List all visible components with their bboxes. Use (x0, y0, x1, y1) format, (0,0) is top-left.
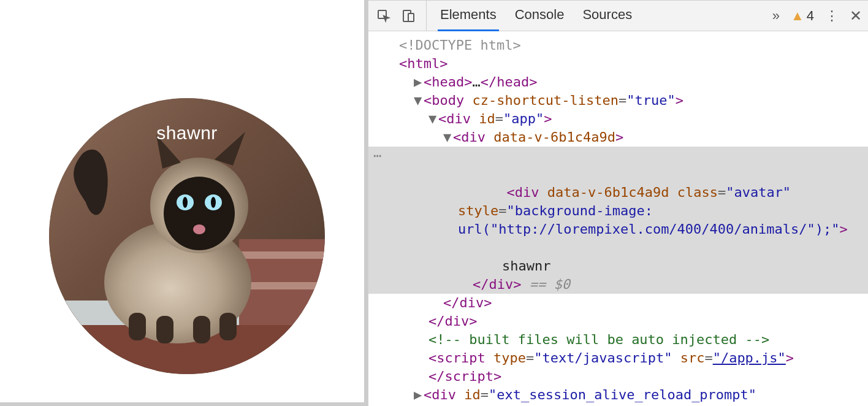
dom-wrap-open[interactable]: ▼<div data-v-6b1c4a9d> (368, 128, 868, 147)
svg-point-15 (183, 197, 188, 208)
dom-avatar-text[interactable]: shawnr (368, 257, 868, 275)
dom-avatar-selected[interactable]: ⋯ <div data-v-6b1c4a9d class="avatar" st… (368, 147, 868, 257)
svg-rect-7 (129, 313, 146, 340)
inspect-element-icon[interactable] (375, 7, 393, 25)
avatar: shawnr (49, 98, 325, 374)
svg-rect-10 (219, 313, 237, 340)
dom-comment[interactable]: <!-- built files will be auto injected -… (368, 331, 868, 349)
svg-point-12 (164, 177, 235, 250)
tab-console[interactable]: Console (512, 1, 567, 31)
warning-count: 4 (807, 8, 814, 24)
page-viewport: shawnr (0, 0, 368, 406)
dom-ext-div[interactable]: ▶<div id="ext_session_alive_reload_promp… (368, 386, 868, 406)
warnings-badge[interactable]: ▲ 4 (791, 8, 814, 24)
svg-rect-8 (156, 316, 173, 343)
devtools-toolbar: Elements Console Sources » ▲ 4 ⋮ ✕ (368, 1, 868, 31)
svg-point-17 (193, 224, 205, 234)
warning-icon: ▲ (791, 8, 804, 24)
dom-doctype[interactable]: <!DOCTYPE html> (368, 36, 868, 55)
dom-avatar-close[interactable]: </div> == $0 (368, 275, 868, 294)
svg-rect-5 (239, 282, 325, 289)
svg-rect-4 (239, 251, 325, 259)
svg-rect-20 (408, 13, 414, 21)
dom-app-close[interactable]: </div> (368, 312, 868, 331)
devtools-toolbar-icons (375, 1, 427, 31)
dom-app-open[interactable]: ▼<div id="app"> (368, 110, 868, 128)
dom-wrap-close[interactable]: </div> (368, 294, 868, 312)
close-icon[interactable]: ✕ (850, 7, 862, 25)
avatar-text: shawnr (156, 123, 218, 144)
more-tabs-icon[interactable]: » (772, 8, 780, 24)
svg-point-16 (211, 197, 216, 208)
devtools-tabstrip: Elements Console Sources (438, 1, 634, 31)
elements-tree[interactable]: <!DOCTYPE html> <html> ▶<head>…</head> ▼… (368, 31, 868, 406)
selected-indicator-icon: ⋯ (373, 147, 381, 165)
dom-head[interactable]: ▶<head>…</head> (368, 73, 868, 91)
device-toggle-icon[interactable] (399, 7, 417, 25)
tab-sources[interactable]: Sources (580, 1, 634, 31)
dom-script[interactable]: <script type="text/javascript" src="/app… (368, 349, 868, 386)
devtools-panel: Elements Console Sources » ▲ 4 ⋮ ✕ <!DOC… (368, 0, 868, 406)
devtools-toolbar-right: » ▲ 4 ⋮ ✕ (772, 7, 862, 25)
svg-rect-9 (193, 316, 210, 343)
dom-body-open[interactable]: ▼<body cz-shortcut-listen="true"> (368, 91, 868, 110)
tab-elements[interactable]: Elements (438, 1, 499, 31)
kebab-menu-icon[interactable]: ⋮ (825, 8, 839, 24)
dom-html-open[interactable]: <html> (368, 55, 868, 73)
